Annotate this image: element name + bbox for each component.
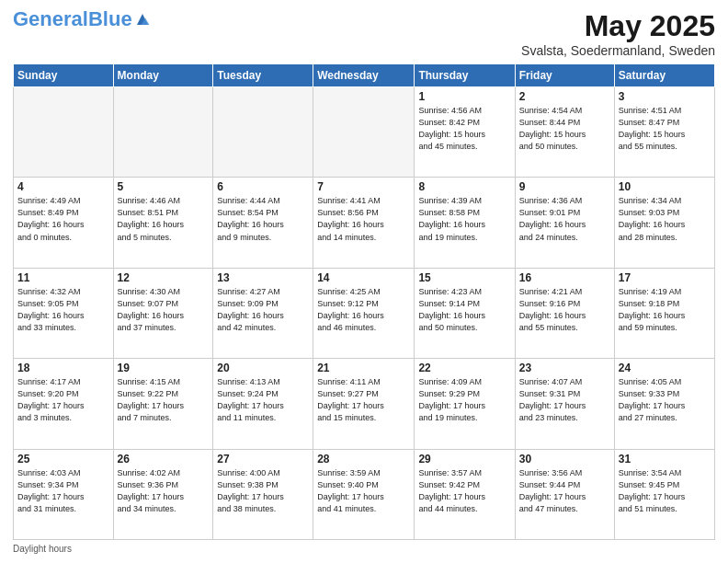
day-info: Sunrise: 4:30 AM Sunset: 9:07 PM Dayligh… <box>118 286 210 334</box>
day-info: Sunrise: 4:09 AM Sunset: 9:29 PM Dayligh… <box>418 376 510 424</box>
day-number: 13 <box>217 271 309 284</box>
day-info: Sunrise: 4:11 AM Sunset: 9:27 PM Dayligh… <box>317 376 410 424</box>
day-number: 5 <box>118 180 210 193</box>
day-info: Sunrise: 4:39 AM Sunset: 8:58 PM Dayligh… <box>418 195 510 243</box>
day-info: Sunrise: 4:49 AM Sunset: 8:49 PM Dayligh… <box>17 195 109 243</box>
day-info: Sunrise: 3:54 AM Sunset: 9:45 PM Dayligh… <box>619 467 711 515</box>
day-cell <box>113 87 213 178</box>
day-cell: 19Sunrise: 4:15 AM Sunset: 9:22 PM Dayli… <box>113 359 213 449</box>
day-cell: 13Sunrise: 4:27 AM Sunset: 9:09 PM Dayli… <box>213 268 313 358</box>
day-number: 19 <box>118 362 210 374</box>
day-cell: 11Sunrise: 4:32 AM Sunset: 9:05 PM Dayli… <box>14 268 114 358</box>
page: GeneralBlue May 2025 Svalsta, Soedermanl… <box>0 0 728 563</box>
day-number: 20 <box>217 362 309 374</box>
header-day: Sunday <box>14 64 114 87</box>
day-info: Sunrise: 4:34 AM Sunset: 9:03 PM Dayligh… <box>619 195 711 243</box>
day-cell: 3Sunrise: 4:51 AM Sunset: 8:47 PM Daylig… <box>614 87 714 178</box>
day-cell: 4Sunrise: 4:49 AM Sunset: 8:49 PM Daylig… <box>14 178 114 268</box>
day-number: 22 <box>418 362 510 374</box>
day-cell: 18Sunrise: 4:17 AM Sunset: 9:20 PM Dayli… <box>14 359 114 449</box>
day-cell: 5Sunrise: 4:46 AM Sunset: 8:51 PM Daylig… <box>113 178 213 268</box>
week-row: 25Sunrise: 4:03 AM Sunset: 9:34 PM Dayli… <box>14 449 715 539</box>
header-day: Friday <box>515 64 614 87</box>
logo: GeneralBlue <box>13 9 151 29</box>
day-cell: 16Sunrise: 4:21 AM Sunset: 9:16 PM Dayli… <box>515 268 614 358</box>
day-info: Sunrise: 3:57 AM Sunset: 9:42 PM Dayligh… <box>418 467 510 515</box>
day-info: Sunrise: 4:54 AM Sunset: 8:44 PM Dayligh… <box>519 105 610 153</box>
day-cell: 14Sunrise: 4:25 AM Sunset: 9:12 PM Dayli… <box>313 268 415 358</box>
day-number: 1 <box>418 90 510 103</box>
day-cell: 12Sunrise: 4:30 AM Sunset: 9:07 PM Dayli… <box>113 268 213 358</box>
day-number: 30 <box>519 453 610 465</box>
day-info: Sunrise: 4:02 AM Sunset: 9:36 PM Dayligh… <box>118 467 210 515</box>
header-row: SundayMondayTuesdayWednesdayThursdayFrid… <box>14 64 715 87</box>
day-number: 17 <box>619 271 711 284</box>
logo-icon <box>134 11 151 28</box>
day-number: 2 <box>519 90 610 103</box>
day-info: Sunrise: 4:03 AM Sunset: 9:34 PM Dayligh… <box>17 467 109 515</box>
header-day: Wednesday <box>313 64 415 87</box>
day-info: Sunrise: 4:19 AM Sunset: 9:18 PM Dayligh… <box>619 286 711 334</box>
day-cell: 7Sunrise: 4:41 AM Sunset: 8:56 PM Daylig… <box>313 178 415 268</box>
day-cell: 17Sunrise: 4:19 AM Sunset: 9:18 PM Dayli… <box>614 268 714 358</box>
day-number: 8 <box>418 180 510 193</box>
daylight-label: Daylight hours <box>13 544 72 554</box>
day-cell: 31Sunrise: 3:54 AM Sunset: 9:45 PM Dayli… <box>614 449 714 539</box>
calendar-subtitle: Svalsta, Soedermanland, Sweden <box>521 43 715 58</box>
day-number: 16 <box>519 271 610 284</box>
logo-text: GeneralBlue <box>13 9 132 29</box>
day-number: 21 <box>317 362 410 374</box>
day-cell <box>213 87 313 178</box>
day-number: 31 <box>619 453 711 465</box>
day-number: 29 <box>418 453 510 465</box>
logo-blue: Blue <box>88 7 132 30</box>
day-cell: 22Sunrise: 4:09 AM Sunset: 9:29 PM Dayli… <box>415 359 515 449</box>
day-info: Sunrise: 4:27 AM Sunset: 9:09 PM Dayligh… <box>217 286 309 334</box>
day-number: 27 <box>217 453 309 465</box>
header: GeneralBlue May 2025 Svalsta, Soedermanl… <box>13 9 715 58</box>
header-day: Saturday <box>614 64 714 87</box>
day-info: Sunrise: 4:23 AM Sunset: 9:14 PM Dayligh… <box>418 286 510 334</box>
title-block: May 2025 Svalsta, Soedermanland, Sweden <box>521 9 715 58</box>
day-number: 10 <box>619 180 711 193</box>
calendar-title: May 2025 <box>521 9 715 43</box>
footer-note: Daylight hours <box>13 544 715 554</box>
day-number: 28 <box>317 453 410 465</box>
day-number: 4 <box>17 180 109 193</box>
day-info: Sunrise: 4:07 AM Sunset: 9:31 PM Dayligh… <box>519 376 610 424</box>
day-cell: 29Sunrise: 3:57 AM Sunset: 9:42 PM Dayli… <box>415 449 515 539</box>
day-info: Sunrise: 4:13 AM Sunset: 9:24 PM Dayligh… <box>217 376 309 424</box>
day-info: Sunrise: 4:51 AM Sunset: 8:47 PM Dayligh… <box>619 105 711 153</box>
day-cell: 27Sunrise: 4:00 AM Sunset: 9:38 PM Dayli… <box>213 449 313 539</box>
day-info: Sunrise: 4:36 AM Sunset: 9:01 PM Dayligh… <box>519 195 610 243</box>
header-day: Monday <box>113 64 213 87</box>
day-number: 6 <box>217 180 309 193</box>
day-info: Sunrise: 4:17 AM Sunset: 9:20 PM Dayligh… <box>17 376 109 424</box>
day-cell: 1Sunrise: 4:56 AM Sunset: 8:42 PM Daylig… <box>415 87 515 178</box>
day-number: 25 <box>17 453 109 465</box>
calendar-table: SundayMondayTuesdayWednesdayThursdayFrid… <box>13 63 715 540</box>
day-number: 23 <box>519 362 610 374</box>
day-number: 12 <box>118 271 210 284</box>
day-cell: 26Sunrise: 4:02 AM Sunset: 9:36 PM Dayli… <box>113 449 213 539</box>
day-info: Sunrise: 4:00 AM Sunset: 9:38 PM Dayligh… <box>217 467 309 515</box>
day-cell: 25Sunrise: 4:03 AM Sunset: 9:34 PM Dayli… <box>14 449 114 539</box>
day-number: 24 <box>619 362 711 374</box>
day-info: Sunrise: 3:56 AM Sunset: 9:44 PM Dayligh… <box>519 467 610 515</box>
day-info: Sunrise: 4:46 AM Sunset: 8:51 PM Dayligh… <box>118 195 210 243</box>
day-number: 11 <box>17 271 109 284</box>
day-info: Sunrise: 4:32 AM Sunset: 9:05 PM Dayligh… <box>17 286 109 334</box>
day-cell <box>14 87 114 178</box>
day-cell <box>313 87 415 178</box>
week-row: 18Sunrise: 4:17 AM Sunset: 9:20 PM Dayli… <box>14 359 715 449</box>
day-number: 15 <box>418 271 510 284</box>
day-info: Sunrise: 4:56 AM Sunset: 8:42 PM Dayligh… <box>418 105 510 153</box>
day-number: 18 <box>17 362 109 374</box>
logo-general: General <box>13 7 88 30</box>
day-info: Sunrise: 4:15 AM Sunset: 9:22 PM Dayligh… <box>118 376 210 424</box>
day-cell: 6Sunrise: 4:44 AM Sunset: 8:54 PM Daylig… <box>213 178 313 268</box>
day-number: 3 <box>619 90 711 103</box>
header-day: Thursday <box>415 64 515 87</box>
week-row: 1Sunrise: 4:56 AM Sunset: 8:42 PM Daylig… <box>14 87 715 178</box>
day-info: Sunrise: 4:44 AM Sunset: 8:54 PM Dayligh… <box>217 195 309 243</box>
